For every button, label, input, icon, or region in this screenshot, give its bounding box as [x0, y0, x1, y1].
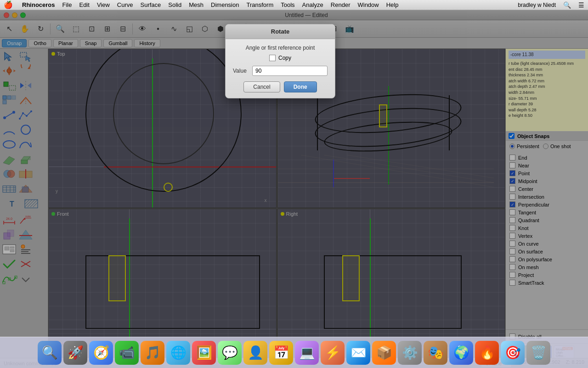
menu-edit[interactable]: Edit — [79, 1, 89, 8]
dock-slack[interactable]: ⚡ — [321, 341, 345, 365]
dock-mail[interactable]: ✉️ — [346, 341, 370, 365]
value-row: Value — [233, 66, 328, 76]
dock-trash[interactable]: 🗑️ — [526, 341, 550, 365]
menu-view[interactable]: View — [97, 1, 110, 8]
dock-system-prefs[interactable]: ⚙️ — [398, 341, 422, 365]
dock-spotify[interactable]: 🎵 — [141, 341, 164, 365]
menu-solid[interactable]: Solid — [168, 1, 181, 8]
dock-app5[interactable]: 🎯 — [501, 341, 525, 365]
menu-render[interactable]: Render — [331, 1, 351, 8]
copy-checkbox[interactable] — [269, 55, 276, 61]
dock-app2[interactable]: 🎭 — [424, 341, 447, 365]
value-input[interactable] — [252, 66, 328, 76]
dock-skype[interactable]: 💻 — [295, 341, 319, 365]
dock-finder[interactable]: 🔍 — [38, 341, 62, 365]
menu-analyze[interactable]: Analyze — [302, 1, 323, 8]
copy-label: Copy — [278, 55, 291, 61]
cancel-button[interactable]: Cancel — [243, 81, 280, 92]
menu-tools[interactable]: Tools — [281, 1, 294, 8]
menu-rhinoceros[interactable]: Rhinoceros — [22, 1, 55, 8]
dock-photos[interactable]: 🖼️ — [192, 341, 216, 365]
dock-app4[interactable]: 🔥 — [475, 341, 499, 365]
value-label: Value — [233, 68, 249, 74]
dialog-title: Rotate — [226, 24, 335, 39]
dock-safari[interactable]: 🧭 — [89, 341, 113, 365]
dock-contacts[interactable]: 👤 — [243, 341, 267, 365]
apple-menu[interactable]: 🍎 — [4, 0, 13, 9]
menu-curve[interactable]: Curve — [117, 1, 133, 8]
modal-overlay: Rotate Angle or first reference point Co… — [0, 10, 588, 368]
done-button[interactable]: Done — [284, 81, 317, 92]
dock-chrome[interactable]: 🌐 — [166, 341, 190, 365]
copy-row: Copy — [233, 55, 328, 61]
menu-window[interactable]: Window — [357, 1, 379, 8]
dialog-body: Angle or first reference point Copy Valu… — [226, 39, 335, 98]
dialog-subtitle: Angle or first reference point — [233, 45, 328, 51]
app-window: Untitled — Edited ↖ ✋ ↻ 🔍 ⬚ ⊡ ⊞ ⊟ 👁 • ∿ … — [0, 10, 588, 368]
menu-help[interactable]: Help — [386, 1, 399, 8]
dock-calendar[interactable]: 📅 — [269, 341, 293, 365]
mac-menubar: 🍎 Rhinoceros File Edit View Curve Surfac… — [0, 0, 588, 10]
menu-dimension[interactable]: Dimension — [211, 1, 239, 8]
mac-dock: 🔍 🚀 🧭 📹 🎵 🌐 🖼️ 💬 👤 📅 💻 ⚡ ✉️ 📦 ⚙️ 🎭 🌍 🔥 🎯… — [0, 337, 588, 368]
menu-transform[interactable]: Transform — [246, 1, 273, 8]
menu-surface[interactable]: Surface — [141, 1, 161, 8]
list-icon[interactable]: ☰ — [578, 1, 584, 9]
dialog-buttons: Cancel Done — [233, 81, 328, 92]
menu-file[interactable]: File — [62, 1, 72, 8]
search-icon[interactable]: 🔍 — [563, 1, 571, 9]
menu-mesh[interactable]: Mesh — [189, 1, 204, 8]
dock-launchpad[interactable]: 🚀 — [63, 341, 87, 365]
dock-app3[interactable]: 🌍 — [449, 341, 473, 365]
user-name: bradley w Niedt — [518, 2, 556, 8]
dock-app1[interactable]: 📦 — [372, 341, 396, 365]
dock-messages[interactable]: 💬 — [218, 341, 242, 365]
dock-facetime[interactable]: 📹 — [115, 341, 139, 365]
rotate-dialog: Rotate Angle or first reference point Co… — [225, 24, 335, 98]
